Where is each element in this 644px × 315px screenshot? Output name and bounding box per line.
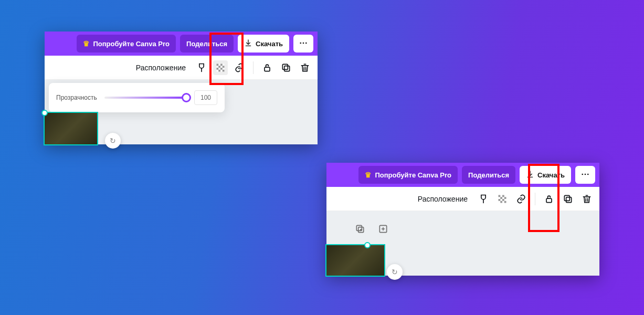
dots-icon	[580, 170, 590, 181]
canvas-area[interactable]: Прозрачность 100 ↻	[45, 80, 318, 144]
download-button[interactable]: Скачать	[520, 166, 571, 184]
svg-rect-10	[218, 69, 220, 71]
svg-rect-12	[265, 67, 270, 71]
try-pro-label: Попробуйте Canva Pro	[375, 171, 451, 179]
download-button[interactable]: Скачать	[238, 35, 289, 52]
svg-rect-4	[217, 64, 219, 66]
svg-rect-28	[566, 197, 572, 202]
share-label: Поделиться	[468, 171, 509, 179]
mini-toolbar	[353, 222, 390, 236]
svg-point-1	[303, 42, 304, 44]
transparency-icon[interactable]	[495, 192, 510, 206]
svg-point-17	[587, 173, 589, 175]
transparency-value-field[interactable]: 100	[194, 90, 217, 105]
transparency-label: Прозрачность	[56, 94, 97, 101]
try-pro-button[interactable]: ♛ Попробуйте Canva Pro	[77, 35, 176, 52]
svg-rect-9	[220, 68, 223, 70]
transparency-icon[interactable]	[213, 60, 228, 75]
svg-rect-7	[223, 66, 225, 68]
svg-rect-21	[500, 197, 502, 199]
svg-rect-25	[500, 201, 502, 203]
rotate-handle[interactable]: ↻	[105, 133, 121, 149]
context-toolbar: Расположение	[45, 56, 318, 80]
duplicate-icon[interactable]	[561, 192, 575, 206]
download-label: Скачать	[256, 40, 283, 48]
canva-panel-transparency: ♛ Попробуйте Canva Pro Поделиться Скачат…	[45, 32, 318, 144]
svg-rect-20	[502, 195, 504, 197]
try-pro-label: Попробуйте Canva Pro	[93, 40, 170, 48]
share-label: Поделиться	[186, 40, 227, 48]
lock-icon[interactable]	[260, 60, 275, 75]
position-label[interactable]: Расположение	[418, 195, 468, 203]
svg-rect-27	[546, 198, 552, 203]
transparency-popover: Прозрачность 100	[49, 83, 225, 112]
selected-element-frame[interactable]	[326, 245, 384, 276]
svg-rect-29	[564, 195, 569, 201]
rotate-handle[interactable]: ↻	[387, 264, 403, 280]
style-icon[interactable]	[476, 192, 491, 206]
toolbar-divider	[253, 61, 254, 74]
header-bar: ♛ Попробуйте Canva Pro Поделиться Скачат…	[45, 32, 318, 56]
canvas-area[interactable]: ↻	[326, 211, 599, 276]
svg-rect-11	[223, 69, 225, 71]
style-icon[interactable]	[194, 60, 209, 75]
duplicate-icon[interactable]	[279, 60, 293, 75]
delete-icon[interactable]	[579, 192, 594, 206]
add-page-icon[interactable]	[376, 222, 390, 236]
svg-rect-26	[504, 201, 506, 203]
more-button[interactable]	[575, 166, 595, 184]
try-pro-button[interactable]: ♛ Попробуйте Canva Pro	[358, 166, 458, 184]
lock-icon[interactable]	[542, 192, 556, 206]
download-icon	[526, 170, 534, 180]
svg-rect-24	[502, 199, 504, 201]
dots-icon	[299, 38, 308, 49]
svg-rect-5	[220, 64, 223, 66]
download-icon	[244, 39, 252, 49]
selected-element-frame[interactable]	[45, 113, 97, 144]
svg-point-2	[305, 42, 307, 44]
crown-icon: ♛	[365, 171, 372, 179]
download-label: Скачать	[537, 171, 565, 179]
svg-rect-8	[217, 68, 219, 70]
svg-rect-19	[499, 195, 501, 197]
delete-icon[interactable]	[298, 60, 312, 75]
share-button[interactable]: Поделиться	[462, 166, 515, 184]
link-icon[interactable]	[232, 60, 247, 75]
more-button[interactable]	[293, 35, 313, 52]
header-bar: ♛ Попробуйте Canva Pro Поделиться Скачат…	[326, 163, 599, 187]
duplicate-page-icon[interactable]	[353, 222, 367, 236]
selection-handle[interactable]	[364, 242, 371, 248]
svg-point-15	[582, 173, 583, 175]
context-toolbar: Расположение	[326, 187, 599, 211]
svg-point-0	[300, 42, 301, 44]
slider-thumb[interactable]	[182, 93, 191, 102]
toolbar-divider	[535, 193, 535, 205]
svg-rect-14	[282, 64, 288, 69]
svg-rect-22	[504, 197, 506, 199]
transparency-slider[interactable]	[104, 97, 187, 99]
svg-point-16	[585, 173, 586, 175]
svg-rect-13	[284, 66, 290, 71]
crown-icon: ♛	[83, 39, 90, 48]
transparency-value: 100	[200, 94, 211, 101]
link-icon[interactable]	[514, 192, 529, 206]
svg-rect-23	[499, 199, 501, 201]
svg-rect-6	[218, 66, 220, 68]
canva-panel-lock: ♛ Попробуйте Canva Pro Поделиться Скачат…	[326, 163, 599, 276]
selection-handle[interactable]	[41, 110, 48, 116]
share-button[interactable]: Поделиться	[180, 35, 234, 52]
position-label[interactable]: Расположение	[136, 64, 186, 72]
